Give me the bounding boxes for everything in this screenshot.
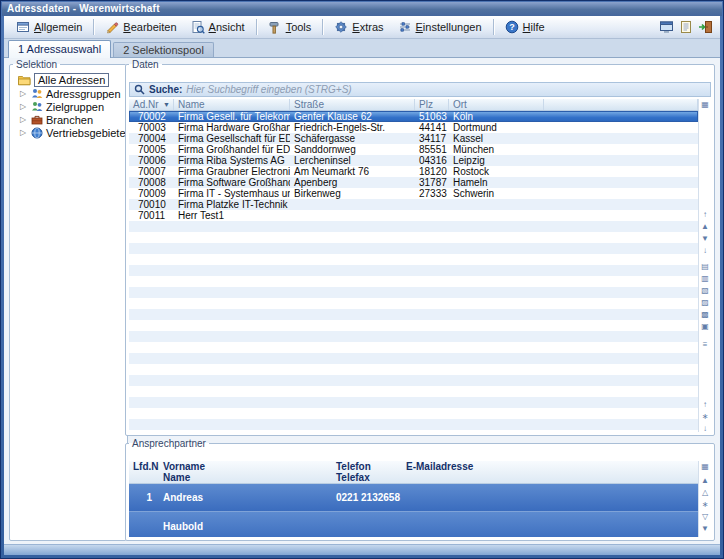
expand-icon[interactable]: ▷ bbox=[20, 113, 28, 126]
scroll-bottom-icon[interactable]: ↓ bbox=[700, 424, 711, 432]
table-cell: Firma Großhandel für EDV Hutner bbox=[174, 144, 290, 155]
empty-row bbox=[129, 386, 698, 397]
table-cell bbox=[544, 155, 698, 166]
table-row[interactable]: 70011Herr Test1 bbox=[129, 210, 698, 221]
tree-item-adressgruppen[interactable]: ▷ Adressgruppen bbox=[11, 87, 126, 100]
toolbar-button-tools[interactable]: Tools bbox=[261, 17, 319, 37]
tab-selektionspool[interactable]: 2 Selektionspool bbox=[113, 42, 214, 57]
table-cell bbox=[415, 210, 449, 221]
toolbar-button-label: Einstellungen bbox=[416, 21, 482, 33]
tab-adressauswahl[interactable]: 1 Adressauswahl bbox=[8, 40, 111, 58]
status-bar bbox=[4, 544, 720, 555]
view-cards-icon[interactable]: ▨ bbox=[700, 298, 711, 308]
tree-item-alle-adressen[interactable]: Alle Adressen bbox=[11, 73, 126, 87]
table-row[interactable]: 70010Firma Platzke IT-Technik bbox=[129, 199, 698, 210]
column-chooser-icon[interactable]: ▦ bbox=[700, 100, 711, 110]
insert-row-icon[interactable]: ∗ bbox=[700, 500, 711, 510]
table-cell: Schwerin bbox=[449, 188, 544, 199]
column-header-strasse[interactable]: Straße bbox=[290, 99, 415, 110]
search-label: Suche: bbox=[149, 84, 182, 95]
app-window: Adressdaten - Warenwirtschaft Allgemein … bbox=[0, 0, 724, 559]
nav-next-icon[interactable]: ▼ bbox=[700, 234, 711, 244]
expand-icon[interactable]: ▷ bbox=[20, 87, 28, 100]
view-split-icon[interactable]: ▧ bbox=[700, 286, 711, 296]
nav-prev-icon[interactable]: ▲ bbox=[700, 222, 711, 232]
view-detail-icon[interactable]: ▣ bbox=[700, 322, 711, 332]
table-cell bbox=[544, 144, 698, 155]
nav-up-icon[interactable]: ▲ bbox=[700, 476, 711, 486]
tree-item-zielgruppen[interactable]: ▷ Zielgruppen bbox=[11, 100, 126, 113]
toolbar-button-ansicht[interactable]: Ansicht bbox=[184, 17, 252, 37]
toolbar-button-extras[interactable]: Extras bbox=[327, 17, 390, 37]
table-row[interactable]: 70007Firma Graubner Electronics GmbHAm N… bbox=[129, 166, 698, 177]
table-row[interactable]: 70003Firma Hardware Großhandel DortmundF… bbox=[129, 122, 698, 133]
table-row[interactable]: 70004Firma Gesellschaft für EDV - System… bbox=[129, 133, 698, 144]
contact-name: Haubold bbox=[159, 521, 332, 532]
table-cell bbox=[544, 188, 698, 199]
expand-icon[interactable]: ▷ bbox=[20, 100, 28, 113]
contact-vorname: Andreas bbox=[159, 492, 332, 503]
search-bar[interactable]: Suche: bbox=[129, 82, 711, 97]
column-header-ort[interactable]: Ort bbox=[449, 99, 544, 110]
nav-last-icon[interactable]: ↓ bbox=[700, 246, 711, 256]
expand-icon[interactable]: ▷ bbox=[20, 126, 28, 139]
nav-next-icon[interactable]: ▽ bbox=[700, 512, 711, 522]
column-header-plz[interactable]: Plz bbox=[415, 99, 449, 110]
toolbar-button-bearbeiten[interactable]: Bearbeiten bbox=[98, 17, 183, 37]
exit-button[interactable] bbox=[698, 20, 713, 34]
notes-icon bbox=[679, 20, 693, 34]
table-cell: Herr Test1 bbox=[174, 210, 290, 221]
empty-row bbox=[129, 287, 698, 298]
table-cell: Rostock bbox=[449, 166, 544, 177]
view-list-icon[interactable]: ▤ bbox=[700, 262, 711, 272]
tree-item-label: Vertriebsgebiete bbox=[46, 127, 126, 139]
ansprechpartner-panel: Ansprechpartner Lfd.Nr. Vorname Name bbox=[125, 438, 715, 541]
table-row[interactable]: 70005Firma Großhandel für EDV HutnerSand… bbox=[129, 144, 698, 155]
sliders-icon bbox=[398, 20, 412, 34]
table-row[interactable]: 70006Firma Riba Systems AGLercheninsel04… bbox=[129, 155, 698, 166]
view-columns-icon[interactable]: ▥ bbox=[700, 274, 711, 284]
scroll-top-icon[interactable]: ↑ bbox=[700, 400, 711, 410]
contact-row[interactable]: 1 Andreas 0221 2132658 bbox=[129, 484, 698, 512]
selektion-panel-title: Selektion bbox=[13, 59, 60, 70]
view-grid-icon[interactable]: ▩ bbox=[700, 310, 711, 320]
empty-row bbox=[129, 331, 698, 342]
contacts-column-email: E-Mailadresse bbox=[402, 461, 698, 483]
tree-item-vertriebsgebiete[interactable]: ▷ Vertriebsgebiete bbox=[11, 126, 126, 139]
tree-item-branchen[interactable]: ▷ Branchen bbox=[11, 113, 126, 126]
tree-item-label: Adressgruppen bbox=[46, 88, 121, 100]
title-bar[interactable]: Adressdaten - Warenwirtschaft bbox=[2, 2, 722, 16]
nav-prev-icon[interactable]: △ bbox=[700, 488, 711, 498]
table-row[interactable]: 70009Firma IT - Systemhaus und Großhande… bbox=[129, 188, 698, 199]
table-cell: 44141 bbox=[415, 122, 449, 133]
table-cell: 70002 bbox=[129, 111, 174, 122]
table-cell: Schäfergasse bbox=[290, 133, 415, 144]
column-header-adnr[interactable]: Ad.Nr ▼ bbox=[129, 99, 174, 110]
selektion-panel: Selektion Alle Adressen ▷ Adressgruppen … bbox=[9, 59, 128, 541]
table-row[interactable]: 70002Firma Gesell. für Telekommunikation… bbox=[129, 111, 698, 122]
notes-button[interactable] bbox=[679, 20, 693, 34]
table-row[interactable]: 70008Firma Software Großhandel Lübke AGA… bbox=[129, 177, 698, 188]
nav-first-icon[interactable]: ↑ bbox=[700, 210, 711, 220]
table-cell bbox=[415, 199, 449, 210]
column-header-name[interactable]: Name bbox=[174, 99, 290, 110]
toolbar-button-label: Allgemein bbox=[34, 21, 82, 33]
nav-down-icon[interactable]: ▼ bbox=[700, 524, 711, 534]
contact-row-line2[interactable]: Haubold bbox=[129, 512, 698, 537]
search-input[interactable] bbox=[186, 84, 706, 95]
table-cell: Leipzig bbox=[449, 155, 544, 166]
toolbar-button-allgemein[interactable]: Allgemein bbox=[9, 17, 89, 37]
insert-row-icon[interactable]: ∗ bbox=[700, 412, 711, 422]
document-magnifier-icon bbox=[191, 20, 205, 34]
table-cell: 70005 bbox=[129, 144, 174, 155]
table-cell: Firma Platzke IT-Technik bbox=[174, 199, 290, 210]
column-chooser-icon[interactable]: ▦ bbox=[700, 462, 711, 472]
toolbar-button-hilfe[interactable]: ? Hilfe bbox=[498, 17, 552, 37]
empty-row bbox=[129, 232, 698, 243]
toolbar-button-label: Tools bbox=[286, 21, 312, 33]
window-button[interactable] bbox=[659, 20, 674, 34]
menu-icon[interactable]: ≡ bbox=[700, 340, 711, 350]
table-cell: Apenberg bbox=[290, 177, 415, 188]
toolbar-button-einstellungen[interactable]: Einstellungen bbox=[391, 17, 489, 37]
exit-door-icon bbox=[698, 20, 713, 34]
